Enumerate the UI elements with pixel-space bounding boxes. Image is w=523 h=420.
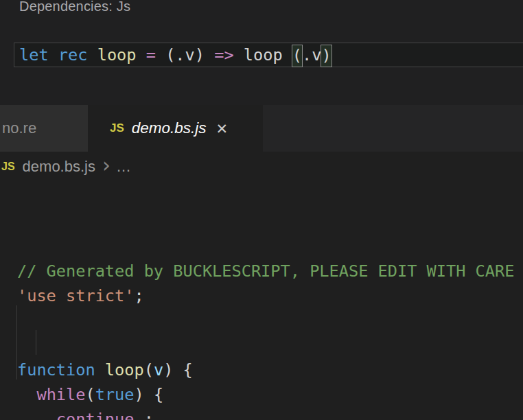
code-token: 'use strict' xyxy=(17,286,134,305)
code-line: 'use strict'; xyxy=(0,283,523,308)
code-line xyxy=(0,308,523,333)
indent-guide xyxy=(36,330,36,355)
code-token: (.v) xyxy=(156,45,214,65)
javascript-file-icon: JS xyxy=(110,121,124,135)
tab-demo-bs-js[interactable]: JS demo.bs.js ✕ xyxy=(88,105,263,152)
code-token: function xyxy=(17,360,95,380)
code-line: continue ; xyxy=(0,407,523,420)
code-line: let rec loop = (.v) => loop (.v) xyxy=(14,43,523,67)
code-token: ; xyxy=(134,286,143,305)
hover-code-block: let rec loop = (.v) => loop (.v) xyxy=(14,43,523,67)
tab-label: demo.bs.js xyxy=(132,119,207,137)
bracket-match: ) xyxy=(321,45,331,67)
code-line: while(true) { xyxy=(0,382,523,407)
code-token: loop xyxy=(97,45,137,65)
code-line: function loop(v) { xyxy=(0,358,523,382)
code-line: // Generated by BUCKLESCRIPT, PLEASE EDI… xyxy=(0,259,523,283)
code-token xyxy=(17,410,56,420)
tab-label: no.re xyxy=(2,119,36,137)
code-token: rec xyxy=(58,45,88,65)
code-token xyxy=(17,385,36,404)
tab-demo-re[interactable]: no.re xyxy=(0,105,88,152)
indent-guide xyxy=(16,305,17,380)
hover-panel: Dependencies: Js let rec loop = (.v) => … xyxy=(0,0,523,105)
code-token: .v xyxy=(302,45,321,65)
hover-title: Dependencies: Js xyxy=(19,0,130,14)
editor-pane[interactable]: // Generated by BUCKLESCRIPT, PLEASE EDI… xyxy=(0,182,523,420)
code-token: // Generated by BUCKLESCRIPT, PLEASE EDI… xyxy=(17,261,514,281)
javascript-file-icon: JS xyxy=(1,161,15,173)
code-token: v xyxy=(154,360,163,380)
tab-bar: no.re JS demo.bs.js ✕ xyxy=(0,105,523,152)
vscode-window: Dependencies: Js let rec loop = (.v) => … xyxy=(0,0,523,420)
code-token: ( xyxy=(85,385,95,404)
code-token: let xyxy=(19,45,49,65)
breadcrumb-symbol-ellipsis[interactable]: … xyxy=(116,158,131,176)
code-line xyxy=(0,333,523,358)
code-token xyxy=(49,45,58,65)
breadcrumb: JS demo.bs.js › … xyxy=(0,152,523,182)
breadcrumb-file[interactable]: demo.bs.js xyxy=(23,158,95,176)
code-token: while xyxy=(36,385,85,404)
code-token: ) { xyxy=(135,385,164,404)
bracket-match: ( xyxy=(292,45,302,67)
code-token xyxy=(137,45,146,65)
code-token: = xyxy=(146,45,156,65)
code-token: ; xyxy=(134,410,153,420)
close-icon[interactable]: ✕ xyxy=(216,121,229,136)
chevron-right-icon: › xyxy=(102,155,111,176)
code-token: continue xyxy=(56,410,135,420)
code-token: => xyxy=(214,45,233,65)
code-token xyxy=(95,360,105,380)
code-token: ) { xyxy=(163,360,193,380)
code-token xyxy=(87,45,97,65)
code-token: loop xyxy=(105,360,144,380)
code-token: true xyxy=(95,385,135,404)
code-token: loop xyxy=(234,45,292,65)
code-token: ( xyxy=(144,360,154,380)
